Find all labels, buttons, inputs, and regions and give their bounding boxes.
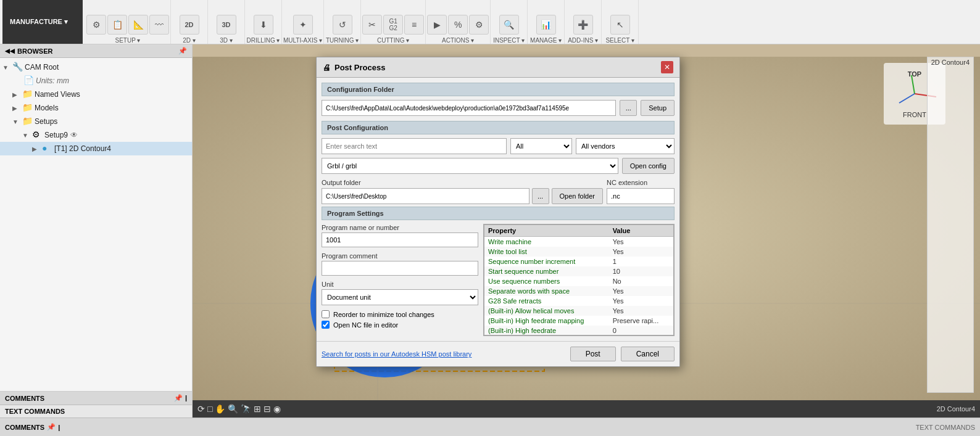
tree-item-units[interactable]: 📄 Units: mm	[0, 74, 192, 88]
dialog-close-button[interactable]: ✕	[661, 61, 673, 73]
addins-label[interactable]: ADD-INS ▾	[568, 37, 598, 44]
multiaxis-icon[interactable]: ✦	[293, 15, 313, 35]
setup-icon-2[interactable]: 📋	[107, 15, 127, 35]
viewport-tool-4[interactable]: 🔍	[228, 404, 238, 414]
config-folder-input[interactable]	[322, 100, 616, 116]
setup-button[interactable]: Setup	[641, 100, 675, 116]
text-commands-bar: TEXT COMMANDS	[0, 405, 192, 417]
viewport-tool-5[interactable]: 🔭	[241, 404, 251, 414]
tree-arrow-setups[interactable]: ▼	[12, 118, 21, 125]
table-row[interactable]: G28 Safe retractsYes	[484, 296, 673, 306]
tree-item-setup9[interactable]: ▼ ⚙ Setup9 👁	[0, 128, 192, 142]
drilling-label[interactable]: DRILLING ▾	[247, 37, 280, 44]
actions-icon-3[interactable]: ⚙	[469, 15, 489, 35]
tree-item-cam-root[interactable]: ▼ 🔧 CAM Root	[0, 60, 192, 74]
prop-value-cell: 0	[609, 326, 673, 335]
actions-icon-2[interactable]: %	[448, 15, 468, 35]
prop-name-cell: Start sequence number	[484, 266, 609, 276]
table-row[interactable]: Write machineYes	[484, 237, 673, 247]
search-input[interactable]	[322, 138, 507, 154]
tree-arrow-cam-root[interactable]: ▼	[2, 64, 11, 71]
cutting-icon-3[interactable]: ≡	[404, 15, 424, 35]
cutting-label[interactable]: CUTTING ▾	[377, 37, 409, 44]
toolbar-group-setup: ⚙ 📋 📐 〰 SETUP ▾	[85, 0, 171, 44]
turning-label[interactable]: TURNING ▾	[326, 37, 359, 44]
post-button[interactable]: Post	[570, 347, 616, 361]
dialog-icon: 🖨	[323, 63, 331, 72]
main-layout: ◀◀ BROWSER 📌 ▼ 🔧 CAM Root 📄 Units: mm	[0, 44, 980, 417]
nc-ext-input[interactable]	[607, 188, 675, 204]
table-row[interactable]: Use sequence numbersNo	[484, 276, 673, 286]
viewport-tool-8[interactable]: ◉	[273, 404, 281, 414]
2d-label[interactable]: 2D ▾	[183, 37, 196, 44]
turning-icon[interactable]: ↺	[333, 15, 352, 35]
setup-icon-4[interactable]: 〰	[149, 15, 169, 35]
sidebar-collapse-icon[interactable]: ◀◀	[5, 47, 15, 54]
app-brand[interactable]: MANUFACTURE ▾	[2, 0, 83, 44]
config-browse-button[interactable]: ...	[620, 100, 637, 116]
cancel-button[interactable]: Cancel	[621, 347, 675, 361]
tree-item-named-views[interactable]: ▶ 📁 Named Views	[0, 88, 192, 101]
table-row[interactable]: (Built-in) Allow helical movesYes	[484, 306, 673, 316]
comments-pin-icon[interactable]: |	[185, 394, 187, 402]
actions-icon[interactable]: ▶	[427, 15, 447, 35]
unit-dropdown[interactable]: Document unit	[322, 289, 478, 305]
prop-name-cell: Use sequence numbers	[484, 276, 609, 286]
setup-label[interactable]: SETUP ▾	[115, 37, 141, 44]
open-config-button[interactable]: Open config	[622, 158, 675, 174]
tree-arrow-contour[interactable]: ▶	[32, 146, 41, 152]
table-row[interactable]: Start sequence number10	[484, 266, 673, 276]
table-row[interactable]: (Built-in) High feedrate mappingPreserve…	[484, 316, 673, 326]
inspect-icon[interactable]: 🔍	[499, 15, 519, 35]
tree-item-t1-contour[interactable]: ▶ ● [T1] 2D Contour4	[0, 142, 192, 155]
comments-expand-icon[interactable]: 📌	[174, 394, 183, 402]
table-row[interactable]: Write tool listYes	[484, 247, 673, 257]
viewport-tool-7[interactable]: ⊟	[264, 404, 271, 414]
tree-item-setups[interactable]: ▼ 📁 Setups	[0, 115, 192, 128]
viewport-tool-2[interactable]: □	[207, 404, 212, 414]
units-label: Units: mm	[36, 76, 69, 85]
open-nc-checkbox[interactable]	[322, 321, 330, 329]
sidebar-pin-icon[interactable]: 📌	[178, 47, 187, 55]
viewport-tool-3[interactable]: ✋	[215, 404, 225, 414]
output-folder-input[interactable]	[322, 188, 529, 204]
prog-comment-input[interactable]	[322, 261, 478, 276]
open-folder-button[interactable]: Open folder	[552, 188, 603, 204]
contour-icon: ●	[42, 143, 53, 154]
cutting-icon-1[interactable]: ✂	[362, 15, 382, 35]
filter-all-dropdown[interactable]: All	[510, 138, 572, 154]
manage-icon[interactable]: 📊	[536, 15, 556, 35]
viewport-tool-1[interactable]: ⟳	[197, 404, 205, 414]
setup9-eye-icon[interactable]: 👁	[70, 131, 78, 139]
select-icon[interactable]: ↖	[610, 15, 630, 35]
post-name-dropdown[interactable]: Grbl / grbl	[322, 158, 618, 174]
multiaxis-label[interactable]: MULTI-AXIS ▾	[283, 37, 322, 44]
comments-expand[interactable]: 📌	[47, 423, 56, 431]
setup-icon-1[interactable]: ⚙	[86, 15, 106, 35]
cutting-icon-2[interactable]: G1G2	[383, 15, 403, 35]
tree-arrow-named-views[interactable]: ▶	[12, 91, 21, 98]
output-browse-button[interactable]: ...	[532, 188, 549, 204]
2d-icon[interactable]: 2D	[180, 15, 199, 35]
table-row[interactable]: Sequence number increment1	[484, 257, 673, 266]
table-row[interactable]: (Built-in) High feedrate0	[484, 326, 673, 335]
setup-icon-3[interactable]: 📐	[128, 15, 148, 35]
prog-name-input[interactable]	[322, 232, 478, 247]
viewport-tool-6[interactable]: ⊞	[254, 404, 261, 414]
tree-arrow-setup9[interactable]: ▼	[22, 132, 31, 139]
actions-label[interactable]: ACTIONS ▾	[442, 37, 474, 44]
tree-arrow-models[interactable]: ▶	[12, 105, 21, 112]
3d-icon[interactable]: 3D	[217, 15, 236, 35]
drilling-icon[interactable]: ⬇	[254, 15, 273, 35]
addins-icon[interactable]: ➕	[573, 15, 593, 35]
3d-label[interactable]: 3D ▾	[220, 37, 233, 44]
tree-item-models[interactable]: ▶ 📁 Models	[0, 101, 192, 115]
table-row[interactable]: Separate words with spaceYes	[484, 286, 673, 296]
properties-table-wrapper[interactable]: Property Value Write machineYesWrite too…	[484, 224, 674, 335]
select-label[interactable]: SELECT ▾	[605, 37, 634, 44]
filter-vendor-dropdown[interactable]: All vendors	[576, 138, 675, 154]
reorder-checkbox[interactable]	[322, 310, 330, 318]
manage-label[interactable]: MANAGE ▾	[530, 37, 562, 44]
inspect-label[interactable]: INSPECT ▾	[493, 37, 525, 44]
hsm-link[interactable]: Search for posts in our Autodesk HSM pos…	[322, 350, 471, 358]
